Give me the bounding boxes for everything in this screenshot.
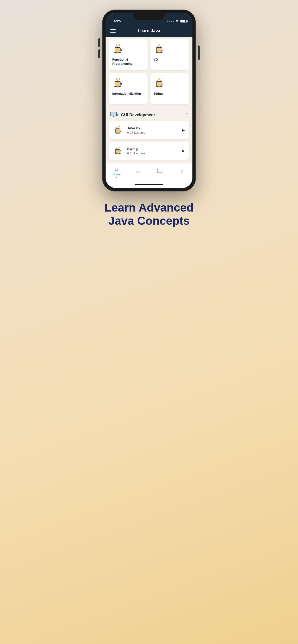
svg-point-20 — [116, 149, 120, 150]
list-items-gui: Java Fx 17 Lectures ▶ — [109, 121, 189, 163]
home-icon: ⌂ — [115, 166, 118, 172]
app-title: Learn Java — [138, 28, 160, 33]
svg-rect-9 — [111, 112, 116, 116]
svg-rect-13 — [117, 113, 118, 114]
course-card-i18n-label: Internationalization — [112, 92, 141, 96]
list-item-swing[interactable]: Swing 10 Lectures ▶ — [109, 142, 189, 160]
red-dot-javafx — [127, 132, 129, 134]
app-header: Learn Java — [106, 25, 192, 37]
status-time: 4:25 — [111, 19, 121, 23]
arrow-right-javafx: ▶ — [182, 128, 185, 132]
java-cup-icon-string — [154, 77, 166, 89]
nav-label-home: Home — [113, 173, 120, 176]
java-cup-icon-io — [154, 43, 166, 55]
course-card-string[interactable]: String — [151, 73, 189, 104]
svg-rect-11 — [112, 117, 115, 117]
svg-rect-21 — [158, 169, 162, 173]
java-cup-icon-javafx — [113, 125, 124, 135]
svg-rect-10 — [113, 116, 114, 117]
home-bar — [135, 184, 163, 185]
phone-frame: 4:25 Learn Java — [102, 10, 196, 192]
section-title-gui: GUI Development — [121, 112, 155, 118]
tagline-line2: Java Concepts — [104, 214, 194, 227]
home-bar-area — [106, 183, 192, 188]
course-card-functional-label: FunctionalProgramming — [112, 58, 133, 66]
list-item-javafx-title: Java Fx — [127, 126, 179, 130]
notch — [133, 13, 165, 20]
svg-point-18 — [116, 128, 120, 129]
tagline-section: Learn Advanced Java Concepts — [104, 201, 194, 227]
svg-point-7 — [157, 81, 162, 82]
list-item-swing-subtitle: 10 Lectures — [127, 152, 179, 155]
main-content: FunctionalProgramming I/O — [106, 37, 192, 163]
nav-item-home[interactable]: ⌂ Home — [109, 166, 123, 178]
course-card-io-label: I/O — [154, 58, 158, 62]
nav-item-code[interactable]: <> — [131, 170, 145, 174]
nav-item-help[interactable]: ? — [175, 169, 189, 175]
java-cup-icon-swing — [113, 146, 124, 156]
list-item-swing-info: Swing 10 Lectures — [127, 146, 179, 155]
wifi-icon — [175, 19, 179, 23]
list-item-javafx-info: Java Fx 17 Lectures — [127, 126, 179, 134]
course-card-functional[interactable]: FunctionalProgramming — [109, 39, 147, 70]
svg-point-3 — [157, 47, 162, 48]
section-toggle-icon[interactable]: ⌃ — [185, 112, 188, 118]
volume-up-button — [98, 38, 100, 47]
red-dot-swing — [127, 152, 129, 154]
list-item-javafx-subtitle: 17 Lectures — [127, 131, 179, 134]
section-gui-header[interactable]: GUI Development ⌃ — [109, 108, 189, 121]
course-card-string-label: String — [154, 92, 163, 96]
help-icon: ? — [180, 169, 183, 175]
course-card-io[interactable]: I/O — [151, 39, 189, 70]
phone-screen: 4:25 Learn Java — [106, 13, 192, 188]
power-button — [198, 46, 200, 60]
tagline-line1: Learn Advanced — [104, 201, 194, 214]
chat-icon — [157, 169, 163, 175]
code-icon: <> — [135, 170, 140, 174]
status-icons — [167, 19, 187, 23]
svg-point-5 — [115, 81, 120, 82]
nav-active-dot — [116, 177, 117, 178]
course-card-i18n[interactable]: Internationalization — [109, 73, 147, 104]
volume-down-button — [98, 49, 100, 58]
course-grid: FunctionalProgramming I/O — [109, 39, 189, 104]
svg-rect-16 — [117, 115, 118, 116]
gui-section-icon — [110, 112, 118, 118]
arrow-right-swing: ▶ — [182, 149, 185, 152]
hamburger-menu[interactable] — [110, 29, 116, 32]
java-cup-icon-i18n — [112, 77, 125, 89]
svg-point-1 — [115, 47, 120, 48]
list-item-swing-title: Swing — [127, 146, 179, 151]
java-cup-icon-functional — [112, 43, 125, 55]
bottom-navigation: ⌂ Home <> ? — [106, 163, 192, 183]
svg-rect-14 — [117, 115, 117, 115]
battery-icon — [181, 20, 187, 23]
nav-item-chat[interactable] — [153, 169, 167, 175]
section-header-left: GUI Development — [110, 112, 155, 118]
signal-icon — [167, 20, 174, 22]
list-item-javafx[interactable]: Java Fx 17 Lectures ▶ — [109, 121, 189, 139]
